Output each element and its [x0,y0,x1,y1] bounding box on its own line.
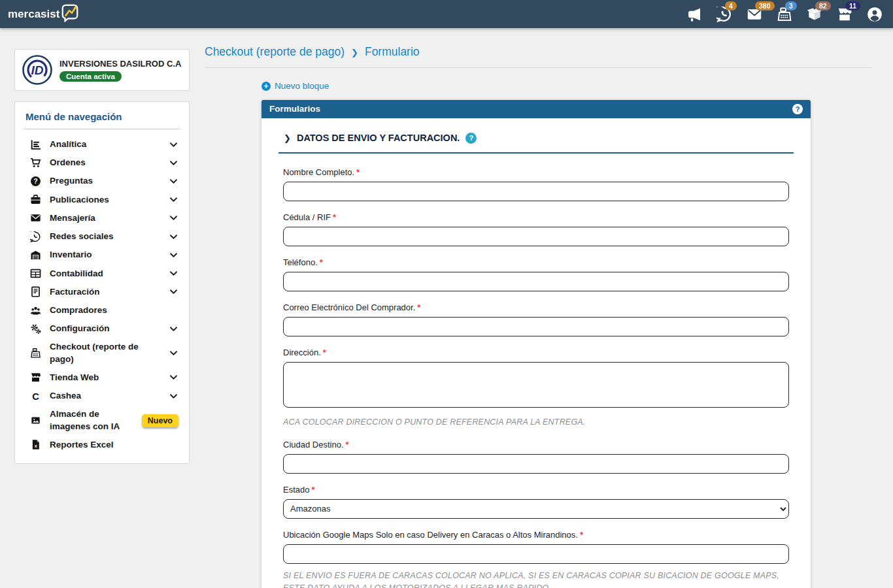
correo-comprador-input[interactable] [283,317,789,336]
invoice-icon [30,286,41,297]
register-icon[interactable]: 3 [777,7,792,22]
panel-title: Formularios [269,104,320,114]
correo-comprador-label: Correo Electrónico Del Comprador.* [283,302,789,312]
cart-icon [30,157,41,169]
sidebar-item-label: Almacén de imagenes con IA [50,408,133,432]
sidebar-item-preguntas[interactable]: ?Preguntas [24,172,180,190]
ciudad-destino-input[interactable] [283,454,789,474]
account-status-badge: Cuenta activa [59,71,122,82]
sidebar-item-tienda-web[interactable]: Tienda Web [24,368,180,387]
sidebar-item-label: Mensajería [50,212,160,224]
topbar-icons: 438038211 [686,7,883,22]
required-asterisk: * [320,257,323,267]
required-asterisk: * [356,167,360,177]
sidebar-item-publicaciones[interactable]: Publicaciones [24,191,180,209]
estado-select[interactable]: Amazonas [283,499,789,519]
store-icon[interactable]: 11 [837,7,852,22]
sidebar-item-mensajeria[interactable]: Mensajería [24,209,180,227]
field-ubicacion-google-maps: Ubicación Google Maps Solo en caso Deliv… [283,530,789,588]
section-chevron-icon: ❯ [284,133,291,143]
sidebar-item-redes-sociales[interactable]: Redes sociales [24,227,180,246]
chevron-down-icon [169,140,178,150]
sidebar-item-label: Configuración [50,323,160,335]
field-telefono: Teléfono.* [283,257,789,291]
sidebar-item-label: Ordenes [50,157,160,169]
chevron-down-icon [169,391,178,401]
whatsapp-icon[interactable]: 4 [716,7,732,22]
required-asterisk: * [311,485,314,495]
estado-label: Estado* [283,485,789,495]
sidebar-item-almacen-imagenes-ia[interactable]: Almacén de imagenes con IANuevo [24,405,180,435]
chevron-down-icon [169,269,178,278]
breadcrumb-separator-icon: ❯ [351,46,358,57]
mail-icon[interactable]: 380 [747,7,762,22]
megaphone-icon[interactable] [686,7,702,22]
sidebar-item-label: Publicaciones [50,194,160,206]
sidebar-item-facturacion[interactable]: Facturación [24,283,180,301]
direccion-textarea[interactable] [283,362,789,408]
sidebar-item-contabilidad[interactable]: Contabilidad [24,265,180,283]
telefono-label: Teléfono.* [283,257,789,267]
panel-body: ❯ DATOS DE ENVIO Y FACTURACION. ? Nombre… [261,118,811,588]
breadcrumb-parent-link[interactable]: Checkout (reporte de pago) [205,45,345,59]
sidebar-item-reportes-excel[interactable]: xReportes Excel [24,436,180,454]
cedula-rif-input[interactable] [283,227,789,246]
box-icon[interactable]: 82 [807,7,822,22]
chevron-down-icon [169,158,178,168]
sidebar-item-cashea[interactable]: CCashea [24,387,180,405]
brand-chart-bubble-icon [60,3,80,25]
nombre-completo-input[interactable] [283,182,789,201]
main-content: Checkout (reporte de pago) ❯ Formulario … [205,28,871,588]
required-asterisk: * [323,348,326,357]
required-asterisk: * [580,530,583,540]
nombre-completo-label: Nombre Completo.* [283,167,789,177]
cashea-icon: C [30,391,41,402]
user-icon[interactable] [867,7,883,22]
ubicacion-google-maps-input[interactable] [283,544,789,564]
checkout-form: Nombre Completo.*Cédula / RIF*Teléfono.*… [275,167,798,588]
brand-name: mercasist [8,8,59,21]
sidebar-item-label: Analítica [50,139,160,150]
company-card: ID INVERSIONES DASILROD C.A Cuenta activ… [14,49,190,91]
menu-title: Menú de navegación [24,110,180,129]
sidebar-item-label: Cashea [50,390,160,402]
required-asterisk: * [417,302,420,312]
chevron-down-icon [169,195,178,204]
field-cedula-rif: Cédula / RIF* [283,212,789,246]
sidebar-item-label: Inventario [50,249,160,261]
direccion-hint: ACA COLOCAR DIRECCION O PUNTO DE REFEREN… [283,416,789,429]
sidebar-item-checkout[interactable]: Checkout (reporte de pago) [24,338,180,368]
sidebar-item-inventario[interactable]: Inventario [24,246,180,264]
field-estado: Estado*Amazonas [283,485,789,519]
table-icon [30,268,41,279]
field-direccion: Dirección.*ACA COLOCAR DIRECCION O PUNTO… [283,348,789,429]
sidebar-item-ordenes[interactable]: Ordenes [24,154,180,172]
sidebar-item-label: Reportes Excel [50,439,178,451]
excel-icon: x [30,439,41,450]
new-block-button[interactable]: + Nuevo bloque [261,81,329,91]
field-correo-comprador: Correo Electrónico Del Comprador.* [283,302,789,336]
ubicacion-google-maps-hint: SI EL ENVIO ES FUERA DE CARACAS COLOCAR … [283,570,789,588]
mail-badge: 380 [755,1,775,11]
chevron-down-icon [169,287,178,297]
telefono-input[interactable] [283,272,789,291]
ciudad-destino-label: Ciudad Destino.* [283,440,789,449]
form-section-header[interactable]: ❯ DATOS DE ENVIO Y FACTURACION. ? [278,129,794,154]
sidebar-item-compradores[interactable]: Compradores [24,301,180,319]
breadcrumb-current: Formulario [365,45,420,59]
sidebar-item-configuracion[interactable]: Configuración [24,319,180,338]
plus-circle-icon: + [261,82,271,91]
brand-logo[interactable]: mercasist [8,3,80,25]
direccion-label: Dirección.* [283,348,789,357]
sidebar-item-label: Contabilidad [50,268,160,280]
chevron-down-icon [169,176,178,186]
panel-help-icon[interactable]: ? [792,104,803,114]
field-ciudad-destino: Ciudad Destino.* [283,440,789,474]
register-icon [30,348,41,359]
users-icon [30,305,41,316]
box-badge: 82 [815,1,831,11]
menu-list: AnalíticaOrdenes?PreguntasPublicacionesM… [24,135,180,454]
sidebar-item-analitica[interactable]: Analítica [24,135,180,154]
section-help-icon[interactable]: ? [465,133,477,144]
warehouse-icon [30,250,41,261]
